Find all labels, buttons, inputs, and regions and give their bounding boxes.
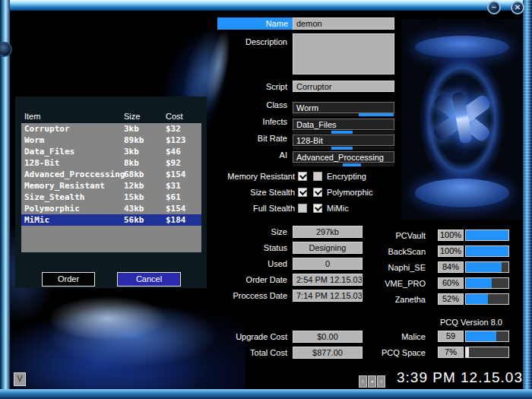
- name-label: Name: [217, 17, 293, 30]
- script-label: Script: [198, 82, 287, 91]
- proccess-date-label: Proccess Date: [198, 291, 287, 300]
- list-item[interactable]: Data_Files3kb$46: [21, 146, 201, 157]
- v-button[interactable]: V: [14, 372, 26, 386]
- polymorphic-checkbox[interactable]: [313, 188, 322, 197]
- malice-label: Malice: [336, 332, 426, 341]
- order-button[interactable]: Order: [42, 272, 95, 287]
- encrypting-label: Encrypting: [327, 172, 366, 181]
- naphi-se-bar: [465, 261, 509, 273]
- ai-field[interactable]: Advanced_Proccessing: [293, 151, 394, 163]
- class-slider[interactable]: [293, 113, 394, 116]
- vme-pro-bar: [465, 277, 509, 289]
- pcq-space-label: PCQ Space: [336, 348, 426, 357]
- column-header-cost: Cost: [166, 112, 183, 121]
- bitrate-slider[interactable]: [293, 147, 394, 150]
- list-item[interactable]: 128-Bit8kb$92: [21, 157, 201, 169]
- infects-field[interactable]: Data_Files: [293, 119, 394, 130]
- list-item[interactable]: Worm89kb$123: [21, 135, 201, 146]
- minimize-button[interactable]: –: [487, 1, 501, 14]
- list-item[interactable]: Corruptor3kb$32: [21, 123, 201, 135]
- bitrate-label: Bit Rate: [198, 134, 287, 143]
- used-label: Used: [198, 259, 287, 268]
- naphi-se-label: Naphi_SE: [336, 263, 426, 272]
- window-frame-right: [523, 0, 532, 399]
- backscan-label: BackScan: [336, 247, 426, 256]
- full-stealth-label: Full Stealth: [205, 204, 295, 213]
- naphi-se-percent: 84%: [438, 261, 464, 273]
- ai-slider-handle[interactable]: [343, 163, 361, 166]
- malice-value: 59: [438, 331, 464, 342]
- item-list: Corruptor3kb$32 Worm89kb$123 Data_Files3…: [21, 123, 201, 252]
- description-label: Description: [198, 37, 287, 46]
- close-button[interactable]: ✕: [511, 1, 524, 14]
- memory-resistant-checkbox[interactable]: [298, 172, 307, 181]
- zanetha-label: Zanetha: [336, 295, 426, 304]
- vme-pro-percent: 60%: [438, 277, 464, 289]
- pcq-version-label: PCQ Version 8.0: [426, 318, 517, 327]
- polymorphic-label: Polymorphic: [327, 188, 373, 197]
- item-browser-panel: Item Size Cost Corruptor3kb$32 Worm89kb$…: [15, 97, 207, 288]
- column-header-size: Size: [124, 112, 140, 121]
- pcvault-percent: 100%: [438, 230, 464, 241]
- specimen-image: [401, 19, 523, 220]
- memory-resistant-label: Memory Resistant: [205, 172, 295, 181]
- order-date-label: Order Date: [198, 275, 287, 284]
- size-stealth-checkbox[interactable]: [298, 188, 307, 197]
- cancel-button[interactable]: Cancel: [117, 272, 181, 287]
- list-item[interactable]: Size_Stealth15kb$61: [21, 192, 201, 203]
- pcq-space-bar: [465, 347, 509, 358]
- ai-label: AI: [198, 150, 287, 160]
- clock-display: 3:39 PM 12.15.03: [382, 369, 523, 386]
- capsule-bottom-cap: [415, 179, 509, 207]
- zanetha-bar: [465, 293, 509, 305]
- mimic-checkbox[interactable]: [313, 204, 322, 213]
- size-label: Size: [198, 227, 287, 236]
- class-label: Class: [198, 100, 287, 109]
- window-frame-bottom: [0, 389, 532, 399]
- list-item[interactable]: Advanced_Proccessing68kb$154: [21, 169, 201, 180]
- infects-label: Infects: [198, 117, 287, 126]
- vme-pro-label: VME_PRO: [336, 279, 426, 288]
- list-item[interactable]: Polymorphic43kb$154: [21, 203, 201, 214]
- total-cost-label: Total Cost: [198, 348, 287, 357]
- name-input[interactable]: demon: [293, 17, 394, 30]
- capsule-top-cap: [415, 36, 509, 59]
- description-textarea[interactable]: [293, 33, 394, 74]
- backscan-percent: 100%: [438, 245, 464, 257]
- column-header-item: Item: [24, 112, 40, 121]
- close-icon: ✕: [515, 3, 521, 11]
- backscan-bar: [465, 245, 509, 257]
- zanetha-percent: 52%: [438, 293, 464, 305]
- list-item-selected[interactable]: MiMic56kb$184: [21, 214, 201, 226]
- bitrate-field[interactable]: 128-Bit: [293, 135, 394, 146]
- minimize-icon: –: [492, 3, 496, 11]
- bitrate-slider-handle[interactable]: [331, 147, 353, 150]
- status-label: Status: [198, 243, 287, 252]
- class-field[interactable]: Worm: [293, 102, 394, 113]
- client-area: Item Size Cost Corruptor3kb$32 Worm89kb$…: [10, 11, 523, 389]
- nav-mid-button[interactable]: ▪: [368, 375, 376, 388]
- nav-prev-button[interactable]: ‹: [359, 375, 367, 388]
- full-stealth-checkbox[interactable]: [298, 204, 307, 213]
- malice-bar: [465, 331, 509, 342]
- encrypting-checkbox[interactable]: [313, 172, 322, 181]
- mimic-label: MiMic: [327, 204, 349, 213]
- pcvault-label: PCVault: [336, 231, 426, 240]
- infects-slider[interactable]: [293, 131, 394, 134]
- title-bar[interactable]: [0, 0, 532, 11]
- upgrade-cost-label: Upgrade Cost: [198, 332, 287, 341]
- script-field[interactable]: Corruptor: [293, 81, 394, 92]
- size-stealth-label: Size Stealth: [205, 188, 295, 197]
- pcvault-bar: [465, 230, 509, 241]
- window-frame-left: [0, 0, 10, 399]
- pcq-space-percent: 7%: [438, 347, 464, 358]
- app-window: – ✕ Item Size Cost Corruptor3kb$32 Worm8…: [0, 0, 532, 399]
- class-slider-handle[interactable]: [359, 113, 394, 116]
- list-item[interactable]: Memory_Resistant12kb$31: [21, 180, 201, 192]
- ai-slider[interactable]: [293, 163, 394, 166]
- infects-slider-handle[interactable]: [331, 131, 353, 134]
